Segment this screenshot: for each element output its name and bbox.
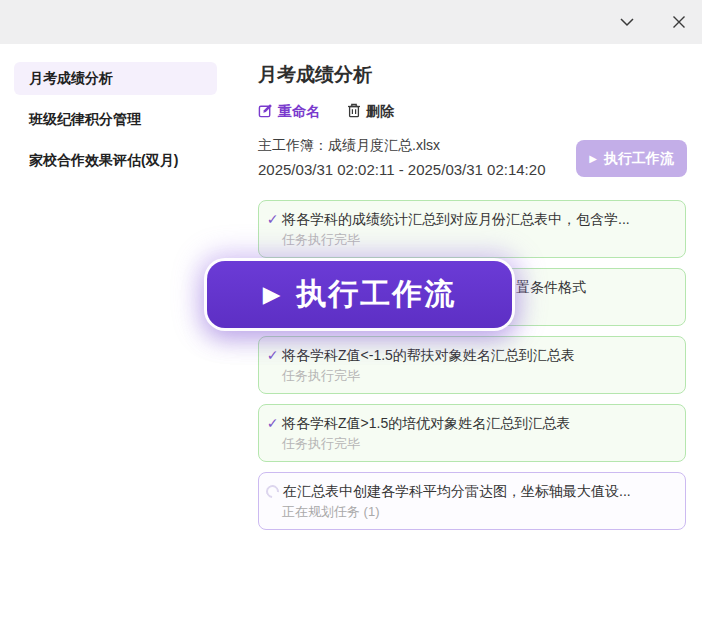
sidebar-item-home-school-evaluation[interactable]: 家校合作效果评估(双月)	[14, 144, 217, 177]
task-text: 将各学科的成绩统计汇总到对应月份汇总表中，包含学...	[282, 209, 630, 229]
trash-icon	[347, 103, 361, 121]
task-row: 在汇总表中创建各学科平均分雷达图，坐标轴最大值设...	[265, 481, 673, 501]
workflow-panel: 月考成绩分析 班级纪律积分管理 家校合作效果评估(双月) 月考成绩分析 重命名	[0, 0, 702, 626]
task-status: 正在规划任务 (1)	[282, 504, 673, 520]
collapse-button[interactable]	[614, 9, 640, 35]
task-text: 置条件格式	[516, 277, 586, 297]
chevron-down-icon	[616, 11, 638, 33]
task-list: ✓将各学科的成绩统计汇总到对应月份汇总表中，包含学...任务执行完毕置条件格式✓…	[258, 200, 686, 540]
spinner-icon	[265, 482, 282, 500]
task-card[interactable]: 在汇总表中创建各学科平均分雷达图，坐标轴最大值设...正在规划任务 (1)	[258, 472, 686, 530]
play-triangle-icon: ▶	[263, 281, 281, 308]
task-text: 在汇总表中创建各学科平均分雷达图，坐标轴最大值设...	[283, 481, 631, 501]
rename-label: 重命名	[278, 103, 320, 121]
task-card[interactable]: ✓将各学科Z值>1.5的培优对象姓名汇总到汇总表任务执行完毕	[258, 404, 686, 462]
edit-pencil-icon	[258, 103, 273, 121]
task-row: ✓将各学科的成绩统计汇总到对应月份汇总表中，包含学...	[265, 209, 673, 229]
task-text: 将各学科Z值<-1.5的帮扶对象姓名汇总到汇总表	[282, 345, 575, 365]
delete-label: 删除	[366, 103, 394, 121]
overlay-button-label: 执行工作流	[296, 274, 456, 315]
sidebar-item-class-discipline-points[interactable]: 班级纪律积分管理	[14, 103, 217, 136]
page-title: 月考成绩分析	[258, 62, 688, 88]
task-status: 任务执行完毕	[282, 436, 673, 452]
sidebar-item-monthly-exam-analysis[interactable]: 月考成绩分析	[14, 62, 217, 95]
play-triangle-icon: ▶	[589, 154, 597, 164]
task-row: ✓将各学科Z值<-1.5的帮扶对象姓名汇总到汇总表	[265, 345, 673, 365]
window-titlebar	[0, 0, 702, 44]
close-button[interactable]	[666, 9, 692, 35]
task-status: 任务执行完毕	[282, 368, 673, 384]
task-row: ✓将各学科Z值>1.5的培优对象姓名汇总到汇总表	[265, 413, 673, 433]
check-icon: ✓	[265, 345, 280, 365]
task-status: 任务执行完毕	[282, 232, 673, 248]
task-text: 将各学科Z值>1.5的培优对象姓名汇总到汇总表	[282, 413, 570, 433]
execute-workflow-overlay-button[interactable]: ▶ 执行工作流	[207, 261, 512, 328]
header-actions: 重命名 删除	[258, 103, 688, 121]
workflow-sidebar: 月考成绩分析 班级纪律积分管理 家校合作效果评估(双月)	[14, 62, 217, 185]
task-card[interactable]: ✓将各学科Z值<-1.5的帮扶对象姓名汇总到汇总表任务执行完毕	[258, 336, 686, 394]
execute-workflow-label: 执行工作流	[604, 150, 674, 168]
execute-workflow-button[interactable]: ▶ 执行工作流	[576, 140, 687, 177]
close-icon	[668, 11, 690, 33]
rename-button[interactable]: 重命名	[258, 103, 320, 121]
check-icon: ✓	[265, 413, 280, 433]
delete-button[interactable]: 删除	[347, 103, 394, 121]
task-card[interactable]: ✓将各学科的成绩统计汇总到对应月份汇总表中，包含学...任务执行完毕	[258, 200, 686, 258]
check-icon: ✓	[265, 209, 280, 229]
